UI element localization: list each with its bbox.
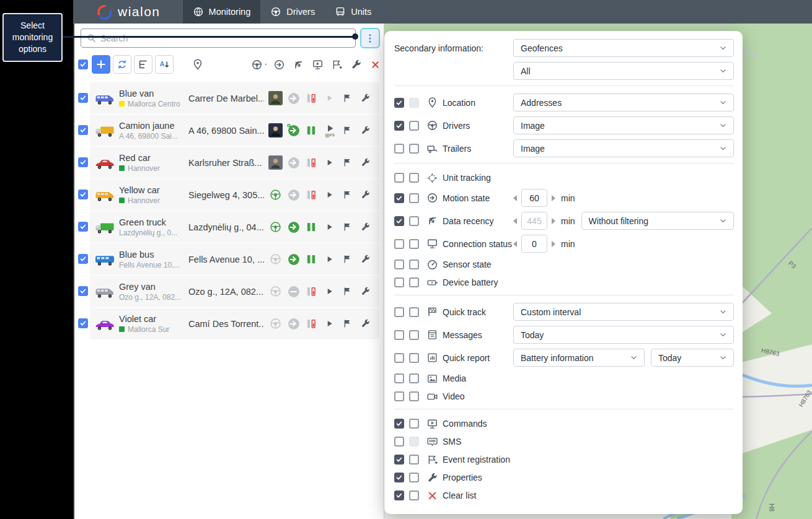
quick-report-checkbox-1-unchecked[interactable] [394, 353, 404, 363]
drivers-dropdown[interactable]: Image [513, 116, 734, 134]
motion-state-icon[interactable] [285, 315, 302, 333]
quick-track-checkbox-2-unchecked[interactable] [409, 307, 419, 317]
motion-state-checkbox-2-unchecked[interactable] [409, 193, 419, 203]
motion-state-icon[interactable] [285, 154, 302, 172]
sensor-state-checkbox-2-unchecked[interactable] [409, 260, 419, 269]
connection-status-stepper-decrease[interactable] [513, 241, 517, 247]
show-on-map-button[interactable] [190, 56, 206, 72]
device-battery-checkbox-2-unchecked[interactable] [409, 277, 419, 287]
quick-report-dropdown-2[interactable]: Today [651, 349, 734, 367]
clear-list-button[interactable] [367, 56, 383, 72]
unit-checkbox-checked[interactable] [78, 93, 88, 103]
messages-dropdown[interactable]: Today [513, 326, 734, 344]
event-flag-icon[interactable] [339, 186, 356, 204]
quick-track-play-icon[interactable] [321, 251, 338, 268]
unit-name[interactable]: Blue van [119, 89, 185, 98]
data-recency-dropdown[interactable]: Without filtering [581, 212, 734, 230]
unit-row-body[interactable]: Violet carMallorca SurCamí Des Torrent..… [90, 308, 379, 339]
motion-state-icon[interactable] [285, 219, 302, 236]
column-data-recency-button[interactable] [290, 56, 306, 72]
unit-row-body[interactable]: Grey vanOzo g., 12A, 082...Ozo g., 12A, … [90, 276, 379, 307]
driver-steering-icon[interactable] [267, 186, 284, 204]
driver-steering-icon[interactable] [267, 219, 284, 236]
event-flag-icon[interactable] [339, 90, 356, 107]
column-commands-button[interactable] [309, 56, 325, 72]
unit-properties-icon[interactable] [357, 251, 374, 268]
messages-checkbox-2-unchecked[interactable] [409, 330, 419, 340]
quick-track-play-icon[interactable] [321, 154, 338, 172]
unit-row[interactable]: Yellow carHannoverSiegelweg 4, 305... [74, 179, 384, 211]
motion-state-icon[interactable] [285, 186, 302, 204]
data-recency-checkbox-2-unchecked[interactable] [409, 216, 419, 226]
location-dropdown[interactable]: Addresses [513, 94, 734, 111]
unit-checkbox-checked[interactable] [78, 254, 88, 264]
secondary-type-dropdown[interactable]: Geofences [513, 39, 734, 57]
tab-units[interactable]: Units [325, 0, 381, 24]
unit-checkbox-checked[interactable] [78, 286, 88, 296]
drivers-checkbox-1-checked[interactable] [394, 121, 404, 131]
trailers-checkbox-2-unchecked[interactable] [409, 144, 419, 154]
unit-properties-icon[interactable] [357, 315, 374, 333]
trailers-checkbox-1-unchecked[interactable] [394, 144, 404, 154]
motion-state-stepper-decrease[interactable] [513, 195, 517, 201]
unit-tracking-checkbox-1-unchecked[interactable] [394, 173, 404, 183]
unit-properties-icon[interactable] [357, 186, 374, 204]
unit-name[interactable]: Grey van [119, 282, 185, 292]
unit-row-body[interactable]: Blue vanMallorca CentroCarrer De Marbel.… [90, 82, 379, 114]
unit-row[interactable]: Blue vanMallorca CentroCarrer De Marbel.… [74, 82, 384, 114]
driver-photo[interactable] [267, 154, 284, 172]
driver-photo[interactable] [267, 122, 284, 139]
unit-row-body[interactable]: Camion jauneA 46, 69800 Sai...A 46, 6980… [90, 115, 379, 146]
unit-row[interactable]: Blue busFells Avenue 10,...Fells Avenue … [74, 243, 384, 275]
secondary-scope-dropdown[interactable]: All [513, 62, 734, 80]
media-checkbox-1-unchecked[interactable] [394, 373, 404, 383]
connection-status-checkbox-2-unchecked[interactable] [409, 239, 419, 249]
drivers-checkbox-2-unchecked[interactable] [409, 121, 419, 131]
column-steering-wheel-button[interactable] [252, 56, 268, 72]
quick-track-play-icon[interactable] [321, 90, 338, 107]
unit-row[interactable]: Red carHannoverKarlsruher Straß... [74, 147, 384, 178]
monitoring-options-button[interactable] [360, 28, 380, 48]
unit-tracking-checkbox-2-unchecked[interactable] [409, 173, 419, 183]
connection-status-checkbox-1-unchecked[interactable] [394, 239, 404, 249]
hierarchy-button[interactable] [134, 55, 152, 74]
search-input[interactable] [100, 33, 350, 43]
properties-checkbox-2-unchecked[interactable] [409, 473, 419, 482]
video-checkbox-2-unchecked[interactable] [409, 391, 419, 401]
device-battery-checkbox-1-unchecked[interactable] [394, 277, 404, 287]
motion-state-icon[interactable] [285, 283, 302, 300]
connection-status-stepper-value[interactable]: 0 [521, 235, 547, 253]
unit-name[interactable]: Yellow car [119, 185, 185, 195]
location-checkbox-1-checked[interactable] [394, 98, 404, 108]
unit-checkbox-checked[interactable] [78, 190, 88, 199]
commands-checkbox-1-checked[interactable] [394, 419, 404, 429]
event-flag-icon[interactable] [339, 251, 356, 268]
motion-state-icon[interactable] [285, 251, 302, 268]
event-flag-icon[interactable] [339, 154, 356, 172]
unit-row-body[interactable]: Yellow carHannoverSiegelweg 4, 305... [90, 179, 379, 211]
quick-track-play-icon[interactable] [321, 315, 338, 333]
unit-checkbox-checked[interactable] [78, 157, 88, 167]
unit-row-body[interactable]: Red carHannoverKarlsruher Straß... [90, 147, 379, 178]
column-motion-arrow-button[interactable] [271, 56, 287, 72]
event-registration-checkbox-2-unchecked[interactable] [409, 455, 419, 464]
driver-steering-icon[interactable] [267, 315, 284, 333]
add-unit-button[interactable] [92, 55, 110, 74]
clear-list-checkbox-2-unchecked[interactable] [409, 491, 419, 500]
driver-photo[interactable] [267, 90, 284, 107]
quick-track-dropdown[interactable]: Custom interval [513, 303, 734, 321]
data-recency-checkbox-1-checked[interactable] [394, 216, 404, 226]
properties-checkbox-1-checked[interactable] [394, 473, 404, 482]
unit-name[interactable]: Green truck [119, 217, 185, 227]
motion-state-stepper-increase[interactable] [552, 195, 555, 201]
quick-track-play-icon[interactable] [321, 283, 338, 300]
clear-list-checkbox-1-checked[interactable] [394, 491, 404, 500]
connection-status-stepper-increase[interactable] [552, 241, 555, 247]
unit-properties-icon[interactable] [357, 90, 374, 107]
event-flag-icon[interactable] [339, 219, 356, 236]
sms-checkbox-1-unchecked[interactable] [394, 437, 404, 447]
quick-track-checkbox-1-unchecked[interactable] [394, 307, 404, 317]
quick-report-checkbox-2-unchecked[interactable] [409, 353, 419, 363]
motion-state-icon[interactable] [285, 122, 302, 139]
unit-row-body[interactable]: Green truckLazdynėlių g., 0...Lazdynėlių… [90, 211, 379, 243]
